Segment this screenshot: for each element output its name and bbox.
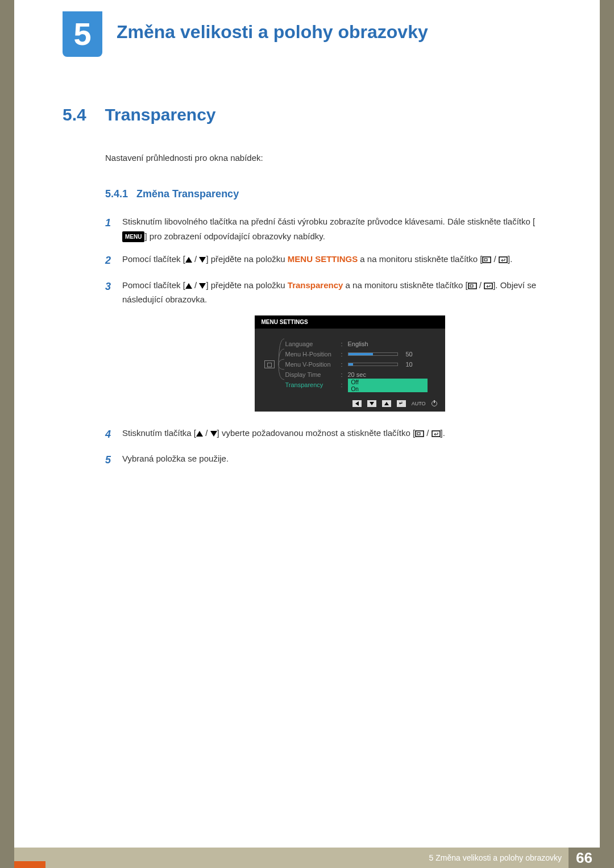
enter-icon: [499, 256, 508, 263]
down-arrow-icon: [210, 431, 217, 437]
osd-screenshot: MENU SETTINGS Language : English: [148, 315, 551, 412]
step-1: 1 Stisknutím libovolného tlačítka na pře…: [105, 214, 551, 243]
footer-text: 5 Změna velikosti a polohy obrazovky: [429, 853, 562, 862]
down-arrow-icon: [199, 257, 206, 263]
footer-accent: [14, 861, 45, 868]
up-arrow-icon: [185, 257, 192, 263]
osd-auto-label: AUTO: [412, 401, 426, 406]
text: ].: [508, 254, 512, 264]
source-icon: [482, 256, 491, 263]
text: ] přejděte na položku: [206, 280, 287, 290]
text: a na monitoru stiskněte tlačítko [: [343, 280, 467, 290]
text: Pomocí tlačítek [: [122, 280, 185, 290]
enter-icon: [484, 283, 493, 289]
osd-row-hposition: Menu H-Position : 50: [285, 349, 438, 359]
step-number: 4: [105, 426, 122, 443]
svg-rect-2: [499, 257, 507, 263]
page-footer: 5 Změna velikosti a polohy obrazovky 66: [14, 848, 600, 868]
section-title: Transparency: [105, 105, 215, 124]
colon: :: [341, 381, 345, 388]
osd-label: Language: [285, 340, 338, 347]
osd-power-icon: [432, 401, 437, 406]
osd-options: Off On: [348, 379, 428, 392]
osd-slider: [348, 352, 398, 356]
text: ] přejděte na položku: [206, 254, 287, 264]
osd-down-icon: [367, 400, 376, 407]
svg-rect-0: [483, 257, 491, 263]
svg-rect-3: [468, 283, 476, 289]
osd-value: English: [348, 340, 368, 347]
enter-icon: [432, 430, 441, 437]
text: a na monitoru stiskněte tlačítko [: [358, 254, 482, 264]
svg-rect-6: [416, 431, 424, 437]
step-text: Vybraná položka se použije.: [122, 451, 551, 469]
osd-value: 20 sec: [348, 371, 366, 378]
step-5: 5 Vybraná položka se použije.: [105, 451, 551, 469]
colon: :: [341, 371, 345, 378]
osd-up-icon: [382, 400, 391, 407]
osd-footer-buttons: ↵ AUTO: [255, 396, 445, 409]
subsection-title: Změna Transparency: [136, 188, 239, 200]
osd-row-transparency: Transparency : Off On: [285, 380, 438, 390]
colon: :: [341, 351, 345, 358]
osd-label: Display Time: [285, 371, 338, 378]
osd-enter-icon: ↵: [397, 400, 406, 407]
osd-option-off: Off: [348, 379, 428, 385]
osd-body: Language : English Menu H-Position : 50: [255, 329, 445, 396]
svg-rect-8: [432, 431, 440, 437]
step-text: Stisknutím tlačítka [ / ] vyberte požado…: [122, 426, 551, 443]
section-number: 5.4: [63, 105, 102, 124]
svg-rect-5: [484, 283, 492, 289]
osd-slider: [348, 363, 398, 366]
osd-label: Menu V-Position: [285, 361, 338, 368]
text: Stisknutím libovolného tlačítka na předn…: [122, 217, 535, 226]
text: Stisknutím tlačítka [: [122, 428, 196, 438]
step-text: Pomocí tlačítek [ / ] přejděte na položk…: [122, 278, 551, 307]
osd-back-icon: [352, 400, 362, 407]
chapter-badge: 5: [63, 11, 102, 57]
step-number: 2: [105, 252, 122, 269]
text: ] vyberte požadovanou možnost a stisknět…: [217, 428, 416, 438]
up-arrow-icon: [196, 431, 203, 437]
source-icon: [468, 283, 477, 289]
step-2: 2 Pomocí tlačítek [ / ] přejděte na polo…: [105, 252, 551, 269]
down-arrow-icon: [199, 283, 206, 289]
chapter-title: Změna velikosti a polohy obrazovky: [117, 22, 428, 43]
osd-value: 50: [406, 351, 413, 358]
emphasis: MENU SETTINGS: [288, 254, 358, 264]
step-number: 5: [105, 451, 122, 469]
osd-list: Language : English Menu H-Position : 50: [285, 339, 438, 390]
colon: :: [341, 340, 345, 347]
osd-bracket: [277, 339, 285, 390]
svg-rect-4: [470, 285, 473, 287]
osd-value: 10: [406, 361, 413, 368]
text: ] pro zobrazení odpovídající obrazovky n…: [144, 231, 325, 241]
step-number: 1: [105, 214, 122, 243]
section-body: 5.4 Transparency Nastavení průhlednosti …: [63, 105, 551, 477]
subsection-number: 5.4.1: [105, 188, 128, 200]
text: ].: [441, 428, 445, 438]
step-4: 4 Stisknutím tlačítka [ / ] vyberte poža…: [105, 426, 551, 443]
menu-button-icon: MENU: [122, 231, 144, 242]
section-intro: Nastavení průhlednosti pro okna nabídek:: [105, 153, 551, 163]
osd-row-vposition: Menu V-Position : 10: [285, 359, 438, 369]
osd-category-icon: [262, 339, 277, 390]
osd-option-on: On: [348, 385, 428, 392]
colon: :: [341, 361, 345, 368]
step-text: Pomocí tlačítek [ / ] přejděte na položk…: [122, 252, 551, 269]
osd-panel: MENU SETTINGS Language : English: [255, 315, 445, 412]
osd-row-language: Language : English: [285, 339, 438, 349]
subsection-heading: 5.4.1 Změna Transparency: [105, 188, 551, 200]
osd-label-active: Transparency: [285, 381, 338, 388]
up-arrow-icon: [185, 283, 192, 289]
osd-title: MENU SETTINGS: [255, 315, 445, 329]
manual-page: 5 Změna velikosti a polohy obrazovky 5.4…: [14, 0, 600, 868]
page-number: 66: [569, 848, 600, 868]
svg-rect-7: [417, 433, 420, 435]
step-text: Stisknutím libovolného tlačítka na předn…: [122, 214, 551, 243]
text: Pomocí tlačítek [: [122, 254, 185, 264]
osd-label: Menu H-Position: [285, 351, 338, 358]
emphasis: Transparency: [288, 280, 343, 290]
source-icon: [415, 430, 424, 437]
steps-list: 1 Stisknutím libovolného tlačítka na pře…: [105, 214, 551, 469]
